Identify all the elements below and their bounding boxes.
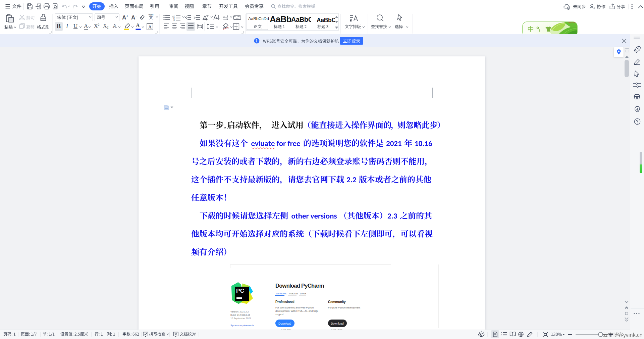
svg-text:A: A bbox=[148, 25, 152, 30]
svg-text:3: 3 bbox=[173, 19, 175, 21]
